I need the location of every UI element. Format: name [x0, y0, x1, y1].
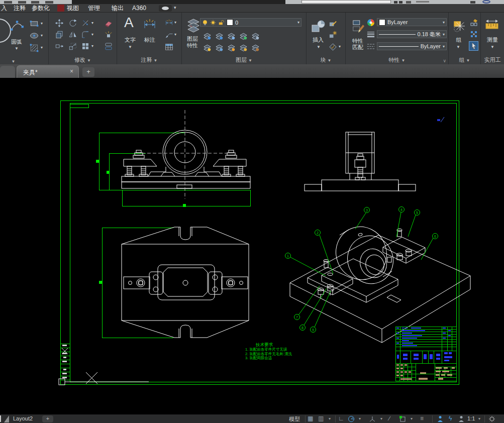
- annotation-scale-icon[interactable]: [458, 415, 464, 422]
- layer-match-icon[interactable]: [251, 32, 260, 40]
- dimension-button-label[interactable]: 标注: [140, 37, 160, 43]
- group-add-icon[interactable]: [470, 30, 478, 38]
- offset-tool-icon[interactable]: [104, 42, 113, 51]
- dialog-launcher-icon[interactable]: ∨: [443, 58, 446, 63]
- chevron-down-icon[interactable]: ▾: [91, 21, 93, 25]
- iso-view[interactable]: [290, 220, 470, 343]
- move-tool-icon[interactable]: [55, 19, 64, 28]
- chevron-down-icon[interactable]: ▼: [317, 45, 321, 49]
- group-edit-icon[interactable]: [470, 19, 478, 27]
- layer-lock-icon[interactable]: [239, 32, 248, 40]
- titlebar-icon[interactable]: [394, 1, 397, 4]
- plan-view[interactable]: [122, 227, 249, 338]
- file-tab-active[interactable]: 夹具* ×: [17, 65, 79, 78]
- tab-insert-partial[interactable]: 入: [1, 5, 7, 12]
- linetype-dropdown[interactable]: ByLayer ▾: [377, 42, 447, 50]
- group-tool-icon[interactable]: [453, 19, 465, 33]
- lineweight-icon[interactable]: [367, 31, 375, 38]
- side-view[interactable]: [305, 132, 416, 191]
- layer-properties-label[interactable]: 图层特性: [185, 36, 200, 49]
- ellipse-tool-icon[interactable]: [29, 31, 39, 41]
- stretch-tool-icon[interactable]: [55, 42, 64, 51]
- snap-grid-icon[interactable]: ▦: [308, 415, 313, 422]
- leader-tool-icon[interactable]: [165, 31, 173, 39]
- tab-manage[interactable]: 管理: [88, 5, 100, 12]
- layer-isolate-icon[interactable]: [203, 32, 212, 40]
- drawing-area[interactable]: 1 2 3 4 5 6 7 8 9 技术要求 1. 装配前各零件尺寸无误 2. …: [0, 78, 504, 414]
- block-attribute-icon[interactable]: [329, 43, 337, 51]
- file-tab-partial[interactable]: [0, 66, 15, 78]
- new-drawing-tab-button[interactable]: +: [82, 67, 94, 77]
- array-tool-icon[interactable]: [81, 42, 90, 51]
- fillet-tool-icon[interactable]: [81, 30, 90, 39]
- annotation-scale-value[interactable]: 1:1: [467, 415, 475, 421]
- explode-tool-icon[interactable]: [104, 30, 113, 39]
- text-tool-icon[interactable]: A: [124, 15, 134, 31]
- mirror-tool-icon[interactable]: [68, 30, 77, 39]
- chevron-down-icon[interactable]: ▾: [41, 21, 43, 26]
- isometric-drafting-icon[interactable]: [369, 415, 376, 422]
- customization-gear-icon[interactable]: [488, 415, 495, 422]
- annotation-visibility-icon[interactable]: [437, 415, 443, 422]
- lineweight-dropdown[interactable]: 0.18 毫米 ▾: [377, 30, 447, 38]
- chevron-down-icon[interactable]: ▼: [456, 45, 460, 49]
- match-properties-icon[interactable]: [352, 19, 365, 35]
- copy-tool-icon[interactable]: [55, 30, 64, 39]
- chevron-down-icon[interactable]: ▾: [174, 20, 176, 25]
- match-properties-label[interactable]: 特性匹配: [350, 38, 366, 51]
- layer-unlock2-icon[interactable]: [239, 44, 248, 52]
- polar-tracking-icon[interactable]: [348, 415, 355, 422]
- object-snap-tracking-icon[interactable]: ∕: [389, 415, 390, 422]
- trim-tool-icon[interactable]: [81, 19, 90, 28]
- layer-thaw-all-icon[interactable]: [227, 44, 236, 52]
- chevron-down-icon[interactable]: ▾: [380, 416, 382, 421]
- titlebar-icon[interactable]: [4, 1, 12, 4]
- viewport-grips[interactable]: [96, 160, 186, 284]
- chevron-down-icon[interactable]: ▾: [329, 416, 331, 421]
- block-create-icon[interactable]: [329, 19, 337, 27]
- color-wheel-icon[interactable]: [367, 19, 375, 27]
- tab-parametric[interactable]: 参数化: [32, 5, 50, 12]
- front-view[interactable]: [122, 130, 250, 188]
- chevron-down-icon[interactable]: ▾: [411, 416, 413, 421]
- chevron-down-icon[interactable]: ▾: [359, 416, 361, 421]
- panel-label-modify[interactable]: 修改▼: [49, 56, 117, 64]
- help-icon[interactable]: [482, 0, 490, 4]
- chevron-down-icon[interactable]: ▾: [41, 33, 43, 38]
- drawing-canvas[interactable]: 1 2 3 4 5 6 7 8 9 技术要求 1. 装配前各零件尺寸无误 2. …: [0, 78, 504, 414]
- scale-tool-icon[interactable]: [68, 42, 77, 51]
- layer-select-dropdown[interactable]: 0 ▾: [200, 18, 301, 27]
- layer-freeze-icon[interactable]: [227, 32, 236, 40]
- panel-caret[interactable]: ▼: [0, 58, 25, 64]
- chevron-down-icon[interactable]: ▾: [91, 44, 93, 48]
- ortho-mode-icon[interactable]: ∟: [338, 415, 344, 422]
- cloud-icon[interactable]: [159, 5, 172, 12]
- arc-button-label[interactable]: 圆弧: [5, 39, 28, 45]
- measure-tool-icon[interactable]: [484, 19, 499, 32]
- layer-unisolate-icon[interactable]: [215, 32, 224, 40]
- lineweight-display-icon[interactable]: ≡: [420, 415, 424, 422]
- measure-button-label[interactable]: 测量: [482, 37, 503, 43]
- titlebar-icon[interactable]: [399, 1, 402, 4]
- layer-current-icon[interactable]: [215, 44, 224, 52]
- chevron-down-icon[interactable]: ▾: [91, 32, 93, 37]
- tab-a360[interactable]: A360: [132, 5, 146, 12]
- chevron-down-icon[interactable]: ▼: [15, 46, 19, 51]
- arc-tool-icon[interactable]: [10, 19, 24, 32]
- group-button-label[interactable]: 组: [453, 37, 465, 43]
- new-layout-button[interactable]: +: [42, 415, 53, 422]
- dimension-tool-icon[interactable]: [142, 18, 157, 32]
- panel-label-layers[interactable]: 图层▼: [182, 56, 306, 64]
- panel-label-utilities[interactable]: 实用工: [481, 56, 504, 64]
- tab-annotate[interactable]: 注释: [14, 5, 26, 12]
- panel-label-group[interactable]: 组▼: [449, 56, 480, 64]
- insert-block-icon[interactable]: [311, 19, 326, 34]
- chevron-down-icon[interactable]: ▾: [478, 416, 480, 421]
- titlebar-icon[interactable]: [45, 1, 53, 4]
- insert-button-label[interactable]: 插入: [308, 37, 329, 43]
- layer-off-icon[interactable]: [203, 44, 212, 52]
- apps-grid-icon[interactable]: [470, 1, 475, 4]
- chevron-down-icon[interactable]: ▼: [490, 45, 494, 49]
- close-icon[interactable]: ×: [70, 68, 73, 75]
- linetype-icon[interactable]: [367, 43, 375, 50]
